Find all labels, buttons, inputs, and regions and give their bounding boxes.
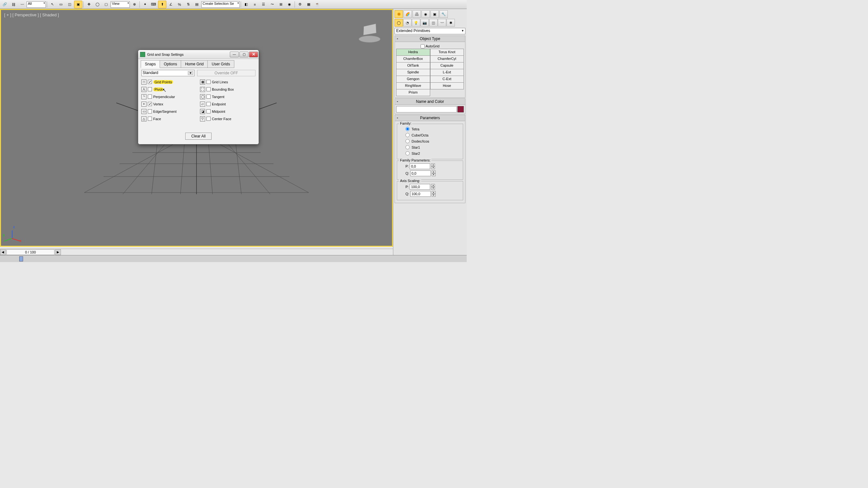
family-radio[interactable] xyxy=(405,145,410,149)
spacewarps-icon[interactable]: 〰 xyxy=(438,19,446,27)
viewport-label[interactable]: [ + ] [ Perspective ] [ Shaded ] xyxy=(4,12,59,17)
dialog-titlebar[interactable]: Grid and Snap Settings — ▢ ✕ xyxy=(138,50,259,59)
cameras-icon[interactable]: 📷 xyxy=(421,19,429,27)
keyboard-icon[interactable]: ⌨ xyxy=(149,1,158,8)
rollout-name-color[interactable]: Name and Color xyxy=(395,98,465,105)
percent-snap-icon[interactable]: % xyxy=(175,1,184,8)
object-type-button[interactable]: OilTank xyxy=(396,62,430,69)
snap-toggle-icon[interactable]: ⬆ xyxy=(158,1,166,8)
create-tab-icon[interactable]: ✸ xyxy=(395,10,403,18)
object-type-button[interactable]: RingWave xyxy=(396,83,430,89)
edit-named-icon[interactable]: ▤ xyxy=(193,1,201,8)
rotate-icon[interactable]: ◯ xyxy=(93,1,102,8)
systems-icon[interactable]: ✱ xyxy=(446,19,455,27)
pivot-icon[interactable]: ⊕ xyxy=(130,1,138,8)
render-frame-icon[interactable]: ▦ xyxy=(305,1,313,8)
snap-type-dropdown[interactable]: Standard xyxy=(142,70,194,76)
object-type-button[interactable]: ChamferCyl xyxy=(430,56,464,63)
rollout-parameters[interactable]: Parameters xyxy=(395,115,465,121)
align-icon[interactable]: ≡ xyxy=(251,1,259,8)
snap-checkbox[interactable] xyxy=(207,109,211,113)
close-button[interactable]: ✕ xyxy=(249,52,258,57)
snap-checkbox[interactable] xyxy=(148,102,152,106)
snap-checkbox[interactable] xyxy=(148,95,152,99)
axis-q-spinner[interactable] xyxy=(410,191,431,197)
family-radio[interactable] xyxy=(405,133,410,137)
move-icon[interactable]: ✥ xyxy=(85,1,93,8)
object-type-button[interactable]: Hose xyxy=(430,83,464,89)
rollout-object-type[interactable]: Object Type xyxy=(395,36,465,42)
curve-editor-icon[interactable]: 〜 xyxy=(268,1,276,8)
link-icon[interactable]: 🔗 xyxy=(1,1,9,8)
shapes-icon[interactable]: ◔ xyxy=(403,19,411,27)
lights-icon[interactable]: 💡 xyxy=(412,19,420,27)
motion-tab-icon[interactable]: ◉ xyxy=(422,10,430,18)
object-name-input[interactable] xyxy=(396,106,457,112)
minimize-button[interactable]: — xyxy=(230,52,239,57)
snap-checkbox[interactable] xyxy=(148,117,152,121)
snap-checkbox[interactable] xyxy=(207,117,211,121)
filter-dropdown[interactable]: All xyxy=(27,1,46,8)
color-swatch[interactable] xyxy=(457,106,464,112)
spinner-snap-icon[interactable]: ⇅ xyxy=(184,1,192,8)
family-radio[interactable] xyxy=(405,151,410,155)
material-icon[interactable]: ◉ xyxy=(285,1,293,8)
object-type-button[interactable]: ChamferBox xyxy=(396,56,430,63)
autogrid-checkbox[interactable] xyxy=(421,44,425,48)
named-sel-dropdown[interactable]: Create Selection Se xyxy=(201,1,240,8)
axis-p-spinner[interactable] xyxy=(410,184,430,190)
geometry-icon[interactable]: ◯ xyxy=(395,19,403,27)
angle-snap-icon[interactable]: ∠ xyxy=(167,1,175,8)
tab-snaps[interactable]: Snaps xyxy=(141,60,160,68)
snap-checkbox[interactable] xyxy=(207,80,211,84)
select-region-icon[interactable]: ◫ xyxy=(65,1,74,8)
scroll-left-button[interactable]: ◀ xyxy=(0,249,6,255)
mirror-icon[interactable]: ◧ xyxy=(242,1,250,8)
schematic-icon[interactable]: ⊞ xyxy=(277,1,285,8)
tab-user-grids[interactable]: User Grids xyxy=(207,60,234,68)
snap-checkbox[interactable] xyxy=(148,87,152,91)
clear-all-button[interactable]: Clear All xyxy=(185,133,212,140)
family-p-spinner[interactable] xyxy=(410,163,430,169)
scale-icon[interactable]: ▢ xyxy=(102,1,110,8)
frame-display[interactable]: 0 / 100 xyxy=(6,249,55,255)
bind-icon[interactable]: 〰 xyxy=(18,1,26,8)
modify-tab-icon[interactable]: 🌈 xyxy=(404,10,412,18)
object-type-button[interactable]: Prism xyxy=(396,89,430,96)
timeline-handle[interactable] xyxy=(19,256,23,261)
unlink-icon[interactable]: ⛓ xyxy=(9,1,18,8)
manip-icon[interactable]: ✦ xyxy=(141,1,149,8)
snap-checkbox[interactable] xyxy=(207,102,211,106)
view-cube[interactable] xyxy=(357,20,382,45)
snap-checkbox[interactable] xyxy=(148,109,152,113)
object-type-button[interactable]: C-Ext xyxy=(430,76,464,83)
family-radio[interactable] xyxy=(405,139,410,143)
object-type-button[interactable]: L-Ext xyxy=(430,69,464,76)
object-type-button[interactable]: Gengon xyxy=(396,76,430,83)
layers-icon[interactable]: ☰ xyxy=(259,1,268,8)
family-radio[interactable] xyxy=(405,127,410,131)
timeline[interactable] xyxy=(0,255,467,262)
snap-checkbox[interactable] xyxy=(207,95,211,99)
object-type-button[interactable]: Hedra xyxy=(396,49,430,56)
select-name-icon[interactable]: ▭ xyxy=(57,1,65,8)
hierarchy-tab-icon[interactable]: 品 xyxy=(412,10,421,18)
window-crossing-icon[interactable]: ▣ xyxy=(74,1,82,8)
render-setup-icon[interactable]: ⚙ xyxy=(296,1,304,8)
family-q-spinner[interactable] xyxy=(410,170,431,176)
maximize-button[interactable]: ▢ xyxy=(240,52,248,57)
object-type-button[interactable]: Spindle xyxy=(396,69,430,76)
ref-coord-dropdown[interactable]: View xyxy=(111,1,130,8)
display-tab-icon[interactable]: ▣ xyxy=(431,10,439,18)
category-dropdown[interactable]: Extended Primitives xyxy=(395,28,465,34)
helpers-icon[interactable]: ◫ xyxy=(429,19,437,27)
object-type-button[interactable]: Capsule xyxy=(430,62,464,69)
select-icon[interactable]: ↖ xyxy=(48,1,56,8)
object-type-button[interactable]: Torus Knot xyxy=(430,49,464,56)
tab-home-grid[interactable]: Home Grid xyxy=(181,60,208,68)
render-icon[interactable]: ☕ xyxy=(313,1,321,8)
utilities-tab-icon[interactable]: 🔧 xyxy=(439,10,448,18)
scroll-right-button[interactable]: ▶ xyxy=(55,249,61,255)
snap-checkbox[interactable] xyxy=(207,87,211,91)
snap-checkbox[interactable] xyxy=(148,80,152,84)
